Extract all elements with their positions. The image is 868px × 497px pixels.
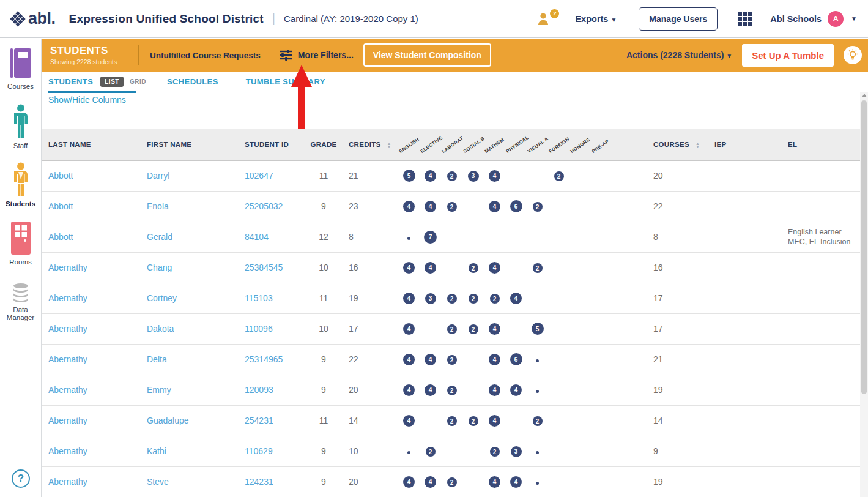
sort-icon[interactable]: ▲▼: [696, 142, 700, 148]
last-name-link[interactable]: Abbott: [42, 222, 140, 252]
column-header-credits[interactable]: CREDITS▲▼: [342, 129, 398, 160]
exports-dropdown[interactable]: Exports▼: [575, 14, 617, 24]
first-name-link[interactable]: Enola: [140, 191, 238, 222]
sort-icon[interactable]: ▲▼: [387, 142, 391, 148]
apps-grid-icon[interactable]: [738, 12, 752, 26]
column-header-student-id[interactable]: STUDENT ID: [238, 129, 305, 160]
first-name-link[interactable]: Cortney: [140, 283, 238, 313]
column-header-first-name[interactable]: FIRST NAME: [140, 129, 238, 160]
set-up-tumble-button[interactable]: Set Up A Tumble: [742, 44, 834, 67]
abl-logo[interactable]: abl.: [9, 9, 56, 28]
student-id-link[interactable]: 254231: [238, 405, 305, 436]
last-name-link[interactable]: Abbott: [42, 160, 140, 191]
first-name-link[interactable]: Kathi: [140, 436, 238, 466]
scrollbar-thumb[interactable]: [861, 100, 867, 394]
column-header-iep[interactable]: IEP: [708, 129, 781, 160]
subject-credit-cell: 4: [420, 466, 441, 497]
first-name-link[interactable]: Steve: [140, 466, 238, 497]
student-id-link[interactable]: 120093: [238, 375, 305, 405]
last-name-link[interactable]: Abernathy: [42, 283, 140, 313]
students-table-body: AbbottDarryl102647112154234220AbbottEnol…: [42, 160, 860, 497]
iep-value: [708, 344, 781, 375]
subject-credit-cell: 4: [420, 344, 441, 375]
subject-credit-cell: [462, 222, 484, 252]
student-count-label: Showing 2228 students: [50, 58, 128, 65]
student-id-link[interactable]: 84104: [238, 222, 305, 252]
first-name-link[interactable]: Guadalupe: [140, 405, 238, 436]
first-name-link[interactable]: Emmy: [140, 375, 238, 405]
student-id-link[interactable]: 25205032: [238, 191, 305, 222]
sidebar-item-students[interactable]: Students: [0, 162, 41, 208]
student-id-link[interactable]: 110096: [238, 313, 305, 344]
column-header-courses[interactable]: COURSES▲▼: [647, 129, 708, 160]
sidebar-item-data-manager[interactable]: DataManager: [0, 283, 41, 322]
sidebar-item-staff[interactable]: Staff: [0, 104, 41, 150]
grade-value: 9: [305, 191, 342, 222]
student-id-link[interactable]: 115103: [238, 283, 305, 313]
view-student-composition-button[interactable]: View Student Composition: [363, 43, 491, 67]
sidebar-item-courses[interactable]: Courses: [0, 47, 41, 91]
subject-credit-cell: [420, 405, 441, 436]
el-value: [781, 283, 860, 313]
show-hide-columns-link[interactable]: Show/Hide Columns: [48, 95, 126, 105]
first-name-link[interactable]: Darryl: [140, 160, 238, 191]
column-header-el[interactable]: EL: [781, 129, 860, 160]
tab-tumble-summary[interactable]: TUMBLE SUMMARY: [246, 77, 325, 86]
school-year-label: Cardinal (AY: 2019-2020 Copy 1): [284, 13, 418, 24]
students-table: LAST NAME FIRST NAME STUDENT ID GRADE CR…: [42, 129, 860, 497]
unfulfilled-course-requests-link[interactable]: Unfulfilled Course Requests: [150, 51, 261, 60]
grade-value: 10: [305, 252, 342, 283]
credits-value: 19: [342, 283, 398, 313]
first-name-link[interactable]: Dakota: [140, 313, 238, 344]
subject-dot-marker: [536, 390, 539, 393]
first-name-link[interactable]: Gerald: [140, 222, 238, 252]
first-name-link[interactable]: Delta: [140, 344, 238, 375]
credits-value: 17: [342, 313, 398, 344]
last-name-link[interactable]: Abernathy: [42, 466, 140, 497]
tab-schedules[interactable]: SCHEDULES: [167, 77, 218, 86]
actions-dropdown[interactable]: Actions (2228 Students) ▼: [626, 50, 732, 60]
more-filters-button[interactable]: More Filters...: [279, 49, 354, 61]
spacer-cell: [612, 344, 647, 375]
student-id-link[interactable]: 25384545: [238, 252, 305, 283]
grade-value: 9: [305, 466, 342, 497]
last-name-link[interactable]: Abbott: [42, 191, 140, 222]
student-id-link[interactable]: 124231: [238, 466, 305, 497]
last-name-link[interactable]: Abernathy: [42, 344, 140, 375]
subject-credit-badge: 2: [490, 294, 500, 304]
scroll-up-arrow-icon[interactable]: [862, 94, 867, 97]
subject-credit-badge: 3: [425, 293, 436, 304]
last-name-link[interactable]: Abernathy: [42, 252, 140, 283]
student-id-link[interactable]: 25314965: [238, 344, 305, 375]
last-name-link[interactable]: Abernathy: [42, 313, 140, 344]
users-count-badge: 2: [550, 9, 559, 18]
tab-students[interactable]: STUDENTS: [48, 77, 93, 86]
subject-credit-badge: 4: [425, 201, 436, 212]
last-name-link[interactable]: Abernathy: [42, 375, 140, 405]
sidebar-item-rooms[interactable]: Rooms: [0, 220, 41, 266]
book-icon: [8, 47, 34, 79]
subject-credit-cell: [569, 252, 591, 283]
first-name-link[interactable]: Chang: [140, 252, 238, 283]
last-name-link[interactable]: Abernathy: [42, 405, 140, 436]
idea-help-button[interactable]: [844, 46, 862, 64]
subject-credit-cell: 4: [484, 375, 505, 405]
courses-value: 21: [647, 344, 708, 375]
student-id-link[interactable]: 110629: [238, 436, 305, 466]
el-value: [781, 405, 860, 436]
column-header-grade[interactable]: GRADE: [305, 129, 342, 160]
grade-value: 11: [305, 405, 342, 436]
subject-credit-cell: 3: [505, 436, 527, 466]
column-header-last-name[interactable]: LAST NAME: [42, 129, 140, 160]
manage-users-button[interactable]: Manage Users: [639, 7, 718, 31]
account-menu[interactable]: Abl Schools A ▼: [770, 11, 857, 27]
grid-view-toggle[interactable]: GRID: [130, 78, 146, 85]
list-view-toggle[interactable]: LIST: [100, 77, 124, 87]
help-button[interactable]: ?: [12, 469, 30, 488]
last-name-link[interactable]: Abernathy: [42, 436, 140, 466]
subject-credit-cell: [441, 222, 462, 252]
users-notification[interactable]: 2: [537, 12, 558, 26]
subject-credit-cell: 5: [527, 313, 548, 344]
vertical-scrollbar[interactable]: [860, 92, 868, 497]
student-id-link[interactable]: 102647: [238, 160, 305, 191]
